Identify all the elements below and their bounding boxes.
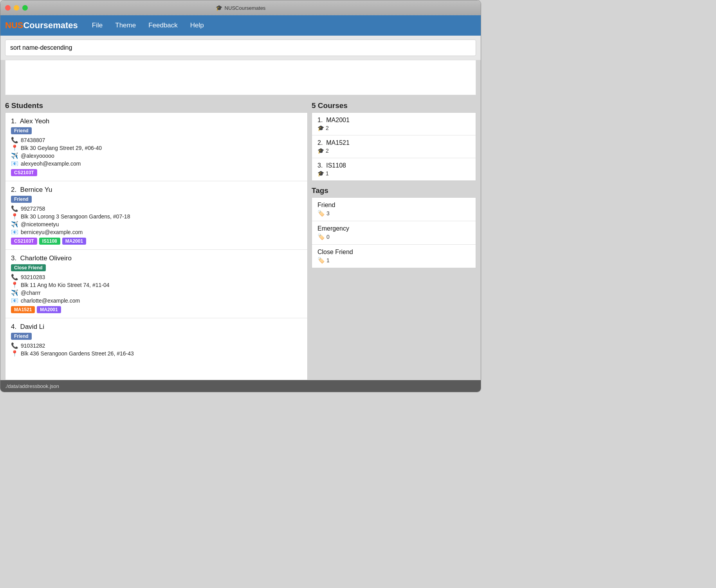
tag-count: 🏷️ 3 [317, 210, 470, 217]
minimize-button[interactable] [14, 5, 19, 11]
address-icon: 📍 [11, 144, 18, 152]
tags-header: Tags [312, 185, 476, 197]
student-count-icon: 🎓 [317, 125, 324, 131]
logo-coursemates: Coursemates [23, 20, 78, 30]
student-item[interactable]: 3. Charlotte Oliveiro Close Friend 📞 932… [5, 250, 307, 318]
menu-theme[interactable]: Theme [109, 18, 142, 32]
menu-help[interactable]: Help [184, 18, 210, 32]
tag-label-icon: 🏷️ [317, 210, 325, 217]
course-badge: MA2001 [62, 238, 86, 245]
student-courses: MA1521MA2001 [11, 306, 302, 313]
student-name: 1. Alex Yeoh [11, 117, 302, 125]
tag-item: Emergency 🏷️ 0 [312, 221, 476, 245]
course-code: 2. MA1521 [317, 139, 470, 146]
student-tag: Close Friend [11, 264, 46, 271]
student-email: 📧alexyeoh@example.com [11, 160, 302, 167]
student-item[interactable]: 4. David Li Friend 📞 91031282 📍 Blk 436 … [5, 318, 307, 363]
courses-list[interactable]: 1. MA2001 🎓 2 2. MA1521 🎓 2 3. IS1108 🎓 … [312, 112, 476, 181]
tag-count-value: 0 [326, 234, 330, 240]
student-name: 3. Charlotte Oliveiro [11, 254, 302, 262]
phone-number: 99272758 [21, 206, 45, 212]
tag-count: 🏷️ 1 [317, 257, 470, 264]
email-address: berniceyu@example.com [21, 229, 83, 235]
student-phone: 📞 93210283 [11, 274, 302, 281]
tag-label-icon: 🏷️ [317, 233, 325, 240]
student-courses: CS2103TIS1108MA2001 [11, 238, 302, 245]
status-bar: ./data/addressbook.json [0, 380, 481, 392]
course-item[interactable]: 2. MA1521 🎓 2 [312, 135, 476, 158]
course-item[interactable]: 3. IS1108 🎓 1 [312, 158, 476, 180]
telegram-handle: @charrr [21, 290, 41, 296]
course-student-count: 🎓 2 [317, 148, 470, 154]
menu-feedback[interactable]: Feedback [142, 18, 184, 32]
app-logo: NUSCoursemates [5, 20, 78, 31]
student-courses: CS2103T [11, 169, 302, 176]
main-content: 6 Students 1. Alex Yeoh Friend 📞 8743880… [0, 97, 481, 380]
courses-section-wrapper: 5 Courses 1. MA2001 🎓 2 2. MA1521 🎓 2 3.… [312, 100, 476, 181]
student-address: 📍 Blk 11 Ang Mo Kio Street 74, #11-04 [11, 281, 302, 289]
search-area [0, 36, 481, 60]
telegram-icon: ✈️ [11, 221, 18, 228]
phone-icon: 📞 [11, 205, 18, 212]
email-icon: 📧 [11, 229, 18, 236]
tag-name: Close Friend [317, 249, 470, 256]
email-address: alexyeoh@example.com [21, 161, 81, 167]
address-text: Blk 11 Ang Mo Kio Street 74, #11-04 [21, 282, 109, 288]
tag-count-value: 1 [326, 257, 330, 263]
student-name: 2. Bernice Yu [11, 186, 302, 194]
window-controls [5, 5, 28, 11]
course-code: 1. MA2001 [317, 117, 470, 124]
course-badge: CS2103T [11, 238, 37, 245]
student-tag: Friend [11, 127, 32, 134]
right-panel: 5 Courses 1. MA2001 🎓 2 2. MA1521 🎓 2 3.… [312, 100, 476, 380]
menu-file[interactable]: File [86, 18, 109, 32]
student-name: 4. David Li [11, 323, 302, 331]
result-text-area [5, 60, 476, 95]
address-icon: 📍 [11, 281, 18, 289]
course-badge: MA2001 [37, 306, 61, 313]
window-title-text: NUSCoursemates [225, 5, 266, 11]
course-student-count: 🎓 2 [317, 125, 470, 131]
course-badge: IS1108 [39, 238, 60, 245]
student-count-icon: 🎓 [317, 148, 324, 154]
student-email: 📧charlotte@example.com [11, 297, 302, 304]
phone-number: 93210283 [21, 274, 45, 280]
phone-number: 87438807 [21, 137, 45, 143]
tag-name: Emergency [317, 225, 470, 232]
email-address: charlotte@example.com [21, 298, 80, 304]
student-phone: 📞 91031282 [11, 342, 302, 349]
maximize-button[interactable] [22, 5, 28, 11]
menu-bar: NUSCoursemates File Theme Feedback Help [0, 15, 481, 36]
student-telegram: ✈️@charrr [11, 289, 302, 296]
count-value: 1 [326, 170, 329, 177]
student-count-icon: 🎓 [317, 170, 324, 177]
student-address: 📍 Blk 436 Serangoon Gardens Street 26, #… [11, 350, 302, 357]
count-value: 2 [326, 148, 329, 154]
tag-name: Friend [317, 202, 470, 209]
tag-count-value: 3 [326, 210, 330, 216]
tag-label-icon: 🏷️ [317, 257, 325, 264]
student-item[interactable]: 2. Bernice Yu Friend 📞 99272758 📍 Blk 30… [5, 181, 307, 250]
tags-section: Tags Friend 🏷️ 3 Emergency 🏷️ 0 Close Fr… [312, 185, 476, 268]
logo-nus: NUS [5, 20, 23, 30]
window-title: 🎓 NUSCoursemates [216, 5, 266, 11]
telegram-icon: ✈️ [11, 152, 18, 159]
students-panel: 6 Students 1. Alex Yeoh Friend 📞 8743880… [5, 100, 308, 380]
status-text: ./data/addressbook.json [5, 383, 59, 389]
student-tag: Friend [11, 333, 32, 340]
course-code: 3. IS1108 [317, 162, 470, 169]
address-text: Blk 30 Geylang Street 29, #06-40 [21, 145, 102, 151]
address-icon: 📍 [11, 213, 18, 220]
search-input[interactable] [5, 40, 476, 56]
course-item[interactable]: 1. MA2001 🎓 2 [312, 113, 476, 135]
tags-list: Friend 🏷️ 3 Emergency 🏷️ 0 Close Friend … [312, 197, 476, 268]
student-item[interactable]: 1. Alex Yeoh Friend 📞 87438807 📍 Blk 30 … [5, 113, 307, 181]
student-telegram: ✈️@nicetomeetyu [11, 221, 302, 228]
student-phone: 📞 87438807 [11, 137, 302, 144]
close-button[interactable] [5, 5, 11, 11]
students-header: 6 Students [5, 100, 308, 112]
students-list[interactable]: 1. Alex Yeoh Friend 📞 87438807 📍 Blk 30 … [5, 112, 308, 380]
student-address: 📍 Blk 30 Geylang Street 29, #06-40 [11, 144, 302, 152]
student-tag: Friend [11, 196, 32, 203]
student-telegram: ✈️@alexyooooo [11, 152, 302, 159]
